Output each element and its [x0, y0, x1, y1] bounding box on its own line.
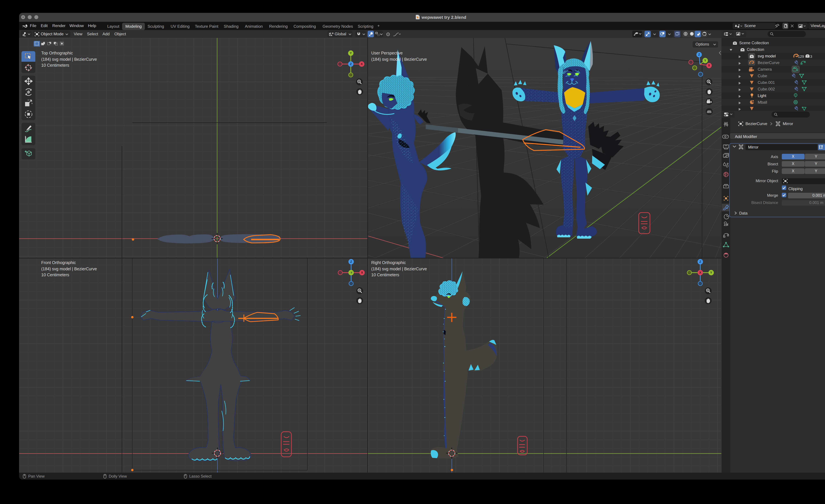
svg-text:X: X — [361, 62, 363, 66]
svg-text:Z: Z — [699, 260, 701, 264]
svg-text:X: X — [708, 64, 710, 67]
svg-text:X: X — [361, 271, 363, 274]
svg-text:Z: Z — [350, 62, 352, 66]
svg-text:Z: Z — [698, 53, 700, 56]
svg-text:-Y: -Y — [350, 271, 353, 274]
svg-text:X: X — [699, 271, 701, 274]
svg-text:Z: Z — [350, 260, 352, 264]
svg-text:Y: Y — [350, 51, 352, 55]
svg-text:Y: Y — [710, 271, 712, 274]
svg-text:Y: Y — [704, 59, 706, 62]
